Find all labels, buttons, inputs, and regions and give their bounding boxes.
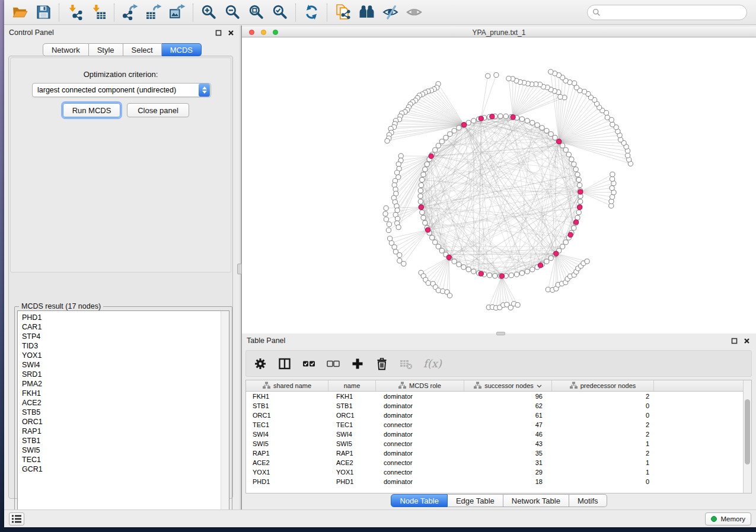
- tab-style[interactable]: Style: [89, 43, 123, 56]
- mcds-result-item[interactable]: PHD1: [18, 313, 229, 322]
- zoom-in-icon[interactable]: [197, 2, 221, 23]
- close-panel-icon[interactable]: [226, 28, 235, 37]
- table-row[interactable]: PHD1PHD1dominator180: [246, 477, 744, 486]
- table-cell: 31: [464, 458, 552, 467]
- network-column-icon: [474, 382, 481, 390]
- select-arrows-icon: [199, 84, 210, 97]
- select-all-icon[interactable]: [302, 357, 316, 371]
- float-table-panel-icon[interactable]: [729, 336, 739, 345]
- mcds-result-item[interactable]: SRD1: [18, 370, 229, 379]
- import-table-icon[interactable]: [87, 2, 110, 23]
- tab-network-table[interactable]: Network Table: [503, 494, 569, 507]
- export-table-icon[interactable]: [142, 2, 165, 23]
- tab-select[interactable]: Select: [123, 43, 162, 56]
- import-network-icon[interactable]: [63, 2, 87, 23]
- table-row[interactable]: TEC1TEC1connector472: [246, 420, 744, 430]
- table-cell: 35: [464, 448, 552, 458]
- search-network-icon[interactable]: [355, 2, 378, 23]
- column-layout-icon[interactable]: [277, 357, 292, 371]
- table-cell: YOX1: [246, 467, 328, 477]
- table-row[interactable]: STB1STB1dominator620: [246, 401, 744, 411]
- tab-mcds[interactable]: MCDS: [162, 43, 202, 56]
- table-row[interactable]: ACE2ACE2connector311: [246, 458, 744, 467]
- column-header-successor-nodes[interactable]: successor nodes: [464, 380, 552, 391]
- table-row[interactable]: SWI5SWI5connector431: [246, 439, 744, 448]
- mcds-result-item[interactable]: CAR1: [18, 322, 229, 332]
- mcds-result-item[interactable]: GCR1: [18, 464, 229, 474]
- mcds-list-scrollbar[interactable]: [221, 311, 229, 519]
- delete-column-icon[interactable]: [375, 357, 389, 371]
- column-header-shared-name[interactable]: shared name: [246, 380, 328, 391]
- column-header-predecessor-nodes[interactable]: predecessor nodes: [552, 380, 654, 391]
- table-cell: SWI4: [328, 430, 376, 439]
- table-row[interactable]: SWI4SWI4dominator462: [246, 430, 744, 439]
- zoom-selected-icon[interactable]: [268, 2, 292, 23]
- mcds-result-item[interactable]: TID3: [18, 341, 229, 351]
- tab-edge-table[interactable]: Edge Table: [448, 494, 503, 507]
- mcds-tab-content: Optimization criterion: largest connecte…: [8, 56, 233, 499]
- column-label: name: [344, 382, 361, 389]
- mcds-result-item[interactable]: ACE2: [18, 398, 229, 408]
- table-row[interactable]: YOX1YOX1connector291: [246, 467, 744, 477]
- control-panel: Control Panel NetworkStyleSelectMCDS Opt…: [4, 25, 240, 509]
- mcds-result-list[interactable]: PHD1CAR1STP4TID3YOX1SWI4SRD1PMA2FKH1ACE2…: [17, 310, 229, 520]
- clone-network-icon[interactable]: [331, 2, 355, 23]
- node-table-body: FKH1FKH1dominator962STB1STB1dominator620…: [246, 392, 744, 486]
- table-row[interactable]: FKH1FKH1dominator962: [246, 392, 744, 401]
- settings-gear-icon[interactable]: [253, 357, 267, 371]
- search-input[interactable]: [587, 5, 747, 20]
- memory-status-icon: [711, 516, 717, 522]
- zoom-out-icon[interactable]: [221, 2, 244, 23]
- mcds-result-item[interactable]: STP4: [18, 332, 229, 341]
- table-cell: ORC1: [328, 411, 376, 420]
- column-header-name[interactable]: name: [328, 380, 376, 391]
- mcds-result-item[interactable]: ORC1: [18, 417, 229, 427]
- table-cell: 96: [464, 392, 552, 401]
- refresh-icon[interactable]: [299, 2, 323, 23]
- mcds-result-item[interactable]: FKH1: [18, 389, 229, 398]
- table-row[interactable]: RAP1RAP1dominator352: [246, 448, 744, 458]
- tab-motifs[interactable]: Motifs: [569, 494, 607, 507]
- save-session-icon[interactable]: [31, 2, 55, 23]
- mcds-result-item[interactable]: STB5: [18, 408, 229, 417]
- mcds-result-item[interactable]: STB1: [18, 436, 229, 446]
- deselect-all-icon[interactable]: [326, 357, 340, 371]
- close-panel-button[interactable]: Close panel: [127, 103, 189, 117]
- toolbar-separator: [327, 4, 327, 21]
- mcds-result-item[interactable]: SWI5: [18, 446, 229, 455]
- hide-graphics-details-icon[interactable]: [378, 2, 402, 23]
- table-scrollbar-thumb[interactable]: [745, 399, 750, 464]
- mcds-result-item[interactable]: TEC1: [18, 455, 229, 464]
- run-mcds-button[interactable]: Run MCDS: [63, 103, 120, 117]
- horizontal-splitter-handle[interactable]: [496, 332, 505, 335]
- mcds-result-item[interactable]: SWI4: [18, 360, 229, 370]
- criterion-select[interactable]: largest connected component (undirected): [32, 83, 211, 97]
- add-column-icon[interactable]: [350, 357, 365, 371]
- export-network-icon[interactable]: [118, 2, 142, 23]
- column-header-MCDS-role[interactable]: MCDS role: [376, 380, 464, 391]
- table-row[interactable]: ORC1ORC1dominator610: [246, 411, 744, 420]
- task-history-button[interactable]: [9, 512, 24, 525]
- show-graphics-details-icon[interactable]: [402, 2, 426, 23]
- mcds-result-item[interactable]: PMA2: [18, 379, 229, 389]
- mcds-result-item[interactable]: RAP1: [18, 427, 229, 436]
- close-table-panel-icon[interactable]: [742, 336, 751, 345]
- table-cell: TEC1: [328, 420, 376, 430]
- table-panel-titlebar: Table Panel: [242, 334, 756, 348]
- memory-button[interactable]: Memory: [705, 512, 751, 525]
- tab-network[interactable]: Network: [43, 43, 89, 56]
- delete-table-icon: [399, 357, 413, 371]
- status-bar: Memory: [4, 509, 756, 527]
- table-scrollbar[interactable]: [743, 380, 751, 493]
- network-view-titlebar[interactable]: YPA_prune.txt_1: [242, 27, 756, 37]
- tab-node-table[interactable]: Node Table: [391, 494, 448, 507]
- open-file-icon[interactable]: [8, 2, 31, 23]
- memory-label: Memory: [720, 515, 745, 523]
- zoom-fit-icon[interactable]: [244, 2, 268, 23]
- float-panel-icon[interactable]: [213, 28, 223, 37]
- table-panel: Table Panel f(x) shared namenameMCDS rol…: [241, 334, 756, 509]
- network-canvas[interactable]: [242, 38, 756, 334]
- network-graph[interactable]: [242, 38, 756, 334]
- mcds-result-item[interactable]: YOX1: [18, 351, 229, 360]
- export-image-icon[interactable]: [165, 2, 189, 23]
